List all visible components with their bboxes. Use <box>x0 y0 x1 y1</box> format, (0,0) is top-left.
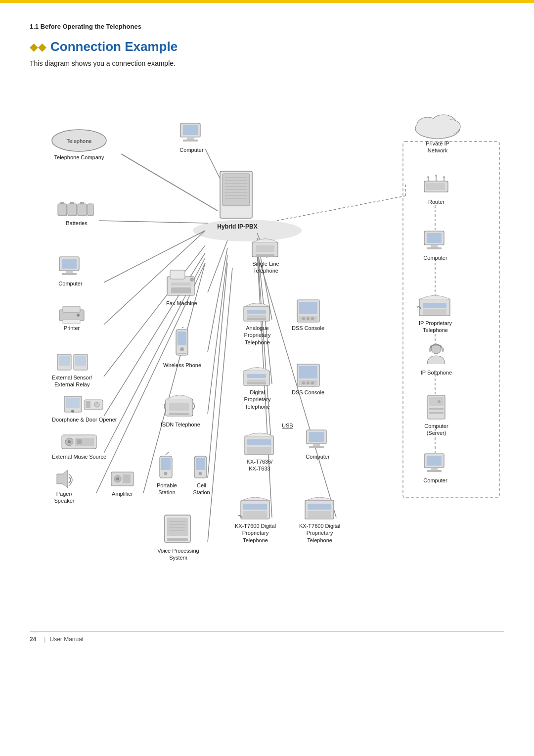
ip-prop-telephone: IP ProprietaryTelephone <box>417 290 454 334</box>
private-ip-label: Private IPNetwork <box>426 140 449 154</box>
svg-rect-122 <box>247 374 266 378</box>
dss-console-1: DSS Console <box>292 297 324 331</box>
svg-rect-133 <box>247 447 271 454</box>
svg-rect-49 <box>70 202 74 204</box>
digital-pt: DigitalProprietaryTelephone <box>241 362 273 410</box>
svg-rect-163 <box>423 309 446 315</box>
fax-machine-label: Fax Machine <box>166 300 197 307</box>
svg-point-79 <box>116 477 119 480</box>
svg-rect-44 <box>187 137 194 140</box>
svg-rect-59 <box>63 320 80 324</box>
subtitle: This diagram shows you a connection exam… <box>30 59 504 67</box>
svg-rect-93 <box>169 413 189 415</box>
computer-right2-label: Computer <box>423 477 447 484</box>
analogue-pt: AnalogueProprietaryTelephone <box>241 297 273 346</box>
svg-rect-173 <box>427 456 442 466</box>
svg-line-16 <box>208 268 232 542</box>
dss-console-1-label: DSS Console <box>292 325 324 331</box>
svg-rect-158 <box>427 233 442 243</box>
svg-rect-47 <box>60 202 64 204</box>
single-line-telephone-label: Single LineTelephone <box>252 260 279 275</box>
pager-speaker: Pager/Speaker <box>52 468 77 505</box>
svg-line-97 <box>166 452 170 455</box>
voice-processing-label: Voice ProcessingSystem <box>157 547 199 562</box>
computer-right2: Computer <box>422 452 449 484</box>
svg-point-118 <box>302 317 305 320</box>
svg-rect-58 <box>63 306 80 312</box>
printer: Printer <box>57 302 87 331</box>
svg-line-4 <box>99 221 208 223</box>
svg-rect-90 <box>178 353 186 354</box>
svg-point-85 <box>190 278 194 282</box>
svg-rect-124 <box>247 382 266 384</box>
music-source: External Music Source <box>52 431 106 460</box>
digital-pt-label: DigitalProprietaryTelephone <box>244 389 271 410</box>
footer-sep: | <box>44 636 45 643</box>
kx-t7636-label: KX-T7636/KX-T633 <box>247 458 273 472</box>
svg-line-13 <box>208 248 227 352</box>
svg-rect-99 <box>196 458 205 470</box>
pbx-label: Hybrid IP-PBX <box>217 223 257 231</box>
svg-rect-142 <box>308 504 331 510</box>
svg-line-15 <box>208 263 227 478</box>
external-sensor: External Sensor/External Relay <box>52 352 92 388</box>
kx-t7636: KX-T7636/KX-T633 <box>242 428 277 472</box>
title-row: ◆◆ Connection Example <box>30 39 504 54</box>
router-label: Router <box>428 198 445 205</box>
kx-t7600-2: KX-T7600 DigitalProprietaryTelephone <box>299 493 340 544</box>
svg-line-1 <box>121 154 218 211</box>
router: Router <box>420 174 452 205</box>
svg-rect-136 <box>313 444 320 446</box>
svg-rect-139 <box>243 504 267 510</box>
svg-rect-75 <box>77 439 82 444</box>
computer-mid: Computer <box>304 428 331 460</box>
computer-top: Computer <box>178 122 205 153</box>
amplifier-label: Amplifier <box>112 490 133 497</box>
svg-rect-160 <box>427 247 442 249</box>
external-sensor-label: External Sensor/External Relay <box>52 374 92 388</box>
ip-softphone-label: IP Softphone <box>421 369 452 376</box>
amplifier: Amplifier <box>109 468 136 497</box>
dss-console-2-label: DSS Console <box>292 389 324 396</box>
printer-label: Printer <box>64 325 80 331</box>
svg-rect-166 <box>442 348 444 352</box>
computer-server: Computer(Server) <box>420 393 452 437</box>
svg-rect-82 <box>170 270 185 279</box>
svg-point-130 <box>311 381 314 384</box>
svg-point-128 <box>302 381 305 384</box>
title-diamonds: ◆◆ <box>30 41 46 53</box>
footer-page: 24 <box>30 636 36 643</box>
computer-left: Computer <box>57 255 84 287</box>
doorphone-label: Doorphone & Door Opener <box>52 416 117 423</box>
svg-point-89 <box>180 347 184 351</box>
svg-rect-114 <box>247 318 266 320</box>
computer-left-label: Computer <box>58 280 82 287</box>
svg-line-12 <box>208 240 227 292</box>
svg-rect-87 <box>178 331 186 345</box>
svg-point-155 <box>435 175 437 177</box>
section-header: 1.1 Before Operating the Telephones <box>30 23 504 30</box>
wireless-phone: Wireless Phone <box>163 327 201 369</box>
svg-rect-51 <box>80 202 84 204</box>
svg-rect-165 <box>429 348 431 352</box>
svg-marker-76 <box>57 470 68 488</box>
svg-line-23 <box>277 196 405 221</box>
svg-rect-169 <box>429 408 444 410</box>
svg-text:Telephone: Telephone <box>67 138 92 144</box>
kx-t7600-2-label: KX-T7600 DigitalProprietaryTelephone <box>299 522 340 544</box>
svg-point-154 <box>427 176 429 178</box>
svg-point-96 <box>164 472 168 475</box>
svg-rect-137 <box>309 446 324 448</box>
svg-point-73 <box>68 440 71 443</box>
svg-rect-56 <box>62 273 77 275</box>
svg-rect-175 <box>427 470 442 472</box>
single-line-telephone: Single LineTelephone <box>250 233 282 275</box>
telephone-company-label: Telephone Company <box>54 154 104 161</box>
cell-station: CellStation <box>190 452 213 496</box>
svg-rect-55 <box>66 271 73 273</box>
svg-rect-62 <box>59 356 70 366</box>
svg-rect-31 <box>222 174 250 206</box>
svg-point-129 <box>307 381 310 384</box>
svg-rect-116 <box>299 302 317 314</box>
footer-bar: 24 | User Manual <box>30 631 504 643</box>
